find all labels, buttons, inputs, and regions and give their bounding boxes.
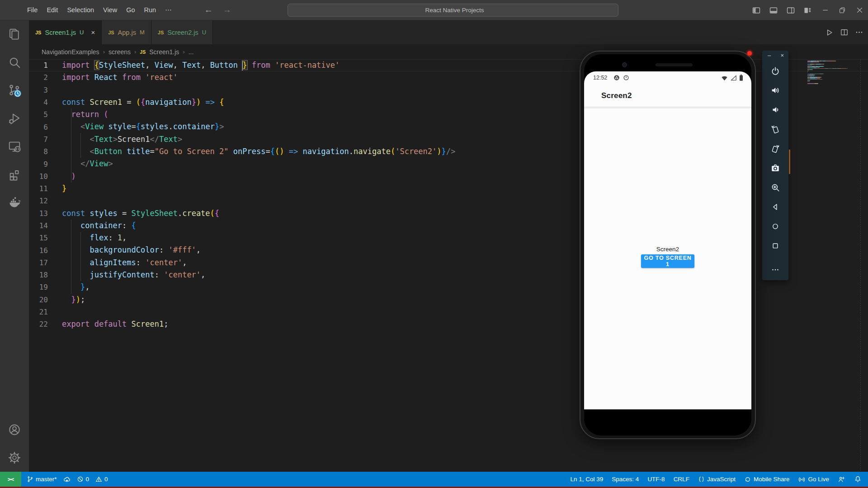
code-text: </View> [48, 158, 113, 170]
search-icon[interactable] [0, 48, 29, 76]
breadcrumb-item[interactable]: NavigationExamples [42, 48, 99, 56]
signal-icon [730, 75, 737, 81]
line-number: 21 [29, 308, 48, 316]
line-number: 18 [29, 271, 48, 279]
status-item-ln-1-col-39[interactable]: Ln 1, Col 39 [571, 476, 604, 483]
status-item-mobile-share[interactable]: Mobile Share [744, 476, 790, 483]
line-number: 9 [29, 160, 48, 169]
minimize-icon[interactable] [816, 0, 834, 20]
more-actions-icon[interactable] [855, 28, 863, 37]
status-bar-left: master*00 [27, 476, 108, 483]
zoom-in-icon[interactable] [770, 178, 780, 197]
app-screen: 12:52 Screen2 Screen2 GO TO SCREEN 1 [584, 71, 751, 409]
files-icon[interactable] [0, 20, 29, 48]
extensions-icon[interactable] [0, 160, 29, 188]
command-center-search[interactable]: React Native Projects [288, 4, 618, 17]
cloud-upload-icon [63, 476, 71, 483]
breadcrumb-item[interactable]: Screen1.js [149, 48, 179, 56]
status-label: JavaScript [707, 476, 736, 483]
close-icon[interactable] [851, 0, 868, 20]
nav-home-icon[interactable] [771, 216, 780, 236]
minimap-line [807, 65, 812, 66]
menu-edit[interactable]: Edit [42, 4, 62, 16]
run-action-icon[interactable] [825, 28, 834, 37]
layout-customize-icon[interactable] [799, 0, 816, 20]
phone-screen: 12:52 Screen2 Screen2 GO TO SCREEN 1 [584, 54, 751, 436]
settings-gear-icon[interactable] [0, 444, 29, 472]
status-item-0[interactable]: 0 [95, 476, 108, 483]
editor-actions [825, 20, 863, 44]
vscode-logo-icon [6, 5, 17, 15]
breadcrumb-separator: › [103, 48, 105, 55]
indent-guide [80, 133, 81, 158]
status-item-bell[interactable] [854, 475, 862, 483]
status-bar-right: Ln 1, Col 39Spaces: 4UTF-8CRLFJavaScript… [571, 475, 868, 483]
line-number: 6 [29, 123, 48, 131]
tab-screen2-js[interactable]: JSScreen2.jsU [151, 20, 213, 44]
more-icon[interactable] [771, 260, 780, 279]
line-number: 15 [29, 234, 48, 242]
minimap-line [807, 69, 813, 70]
rotate-left-icon[interactable] [770, 119, 780, 139]
line-number: 1 [29, 61, 48, 70]
menu-go[interactable]: Go [122, 4, 139, 16]
minimap[interactable] [807, 61, 861, 332]
status-item-utf-8[interactable]: UTF-8 [647, 476, 665, 483]
breadcrumb-item[interactable]: screens [108, 48, 131, 56]
menu-selection[interactable]: Selection [62, 4, 99, 16]
nav-overview-icon[interactable] [771, 236, 780, 255]
minimap-line [807, 66, 824, 67]
status-item-go-live[interactable]: Go Live [798, 475, 829, 483]
menu-view[interactable]: View [99, 4, 122, 16]
line-number: 2 [29, 73, 48, 82]
tab-app-js[interactable]: JSApp.jsM [102, 20, 151, 44]
volume-up-icon[interactable] [770, 80, 780, 100]
status-label: CRLF [674, 476, 689, 483]
screenshot-icon[interactable] [770, 158, 780, 178]
branch-icon [27, 476, 33, 483]
nav-back-icon[interactable] [771, 197, 780, 216]
breadcrumb-item[interactable]: ... [189, 48, 194, 56]
activity-bar-top [0, 20, 29, 216]
menu-run[interactable]: Run [140, 4, 161, 16]
emulator-toolbar-buttons [762, 61, 788, 279]
layout-sidebar-left-icon[interactable] [748, 0, 765, 20]
restore-icon[interactable] [834, 0, 851, 20]
status-item-0[interactable]: 0 [77, 476, 90, 483]
breadcrumb-separator: › [183, 48, 184, 55]
indent-guide [71, 108, 71, 183]
split-editor-icon[interactable] [840, 28, 849, 37]
go-to-screen1-button[interactable]: GO TO SCREEN 1 [641, 254, 694, 268]
rotate-right-icon[interactable] [770, 139, 780, 158]
line-number: 7 [29, 135, 48, 144]
history-back-icon[interactable]: ← [204, 5, 213, 15]
code-text: }); [48, 294, 85, 306]
volume-down-icon[interactable] [770, 100, 780, 119]
remote-indicator[interactable]: >< [0, 472, 21, 487]
status-item-master-[interactable]: master* [27, 476, 57, 483]
status-label: Spaces: 4 [612, 476, 639, 483]
status-item-cloud-upload[interactable] [63, 476, 71, 483]
account-icon[interactable] [0, 416, 29, 444]
remote-explorer-icon[interactable] [0, 132, 29, 160]
emulator-close-button[interactable]: × [780, 52, 784, 61]
status-item-crlf[interactable]: CRLF [674, 476, 689, 483]
menu-[interactable]: ⋯ [160, 4, 176, 16]
activity-bar-bottom [0, 416, 29, 472]
tab-screen1-js[interactable]: JSScreen1.jsU× [29, 20, 102, 44]
layout-sidebar-right-icon[interactable] [782, 0, 799, 20]
status-item-javascript[interactable]: JavaScript [698, 476, 736, 483]
close-icon[interactable]: × [91, 28, 95, 36]
history-forward-icon[interactable]: → [223, 5, 231, 15]
menu-bar: FileEditSelectionViewGoRun⋯ [23, 4, 176, 16]
layout-panel-icon[interactable] [765, 0, 782, 20]
app-bar: Screen2 [584, 85, 751, 107]
status-item-feedback[interactable] [838, 475, 845, 483]
docker-icon[interactable] [0, 188, 29, 216]
run-debug-icon[interactable] [0, 104, 29, 132]
emulator-minimize-button[interactable]: – [768, 52, 771, 61]
menu-file[interactable]: File [23, 4, 42, 16]
source-control-icon[interactable] [0, 76, 29, 104]
power-icon[interactable] [770, 61, 780, 80]
status-item-spaces-4[interactable]: Spaces: 4 [612, 476, 639, 483]
